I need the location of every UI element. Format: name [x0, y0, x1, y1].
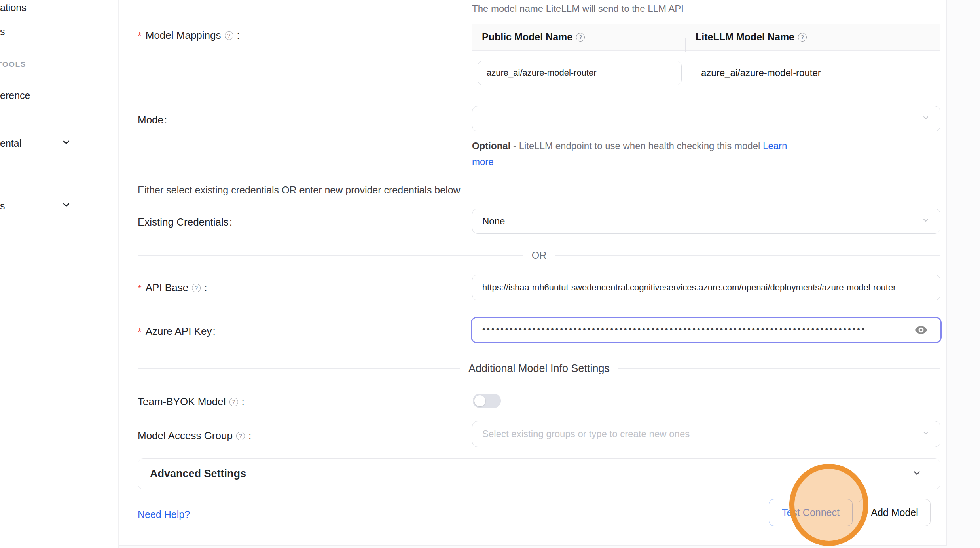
- mode-select[interactable]: [472, 106, 940, 131]
- chevron-down-icon: [921, 113, 931, 125]
- required-asterisk: *: [138, 30, 142, 42]
- sidebar-item-label: s: [0, 200, 5, 212]
- chevron-down-icon: [912, 468, 922, 480]
- model-access-group-placeholder: Select existing groups or type to create…: [482, 429, 690, 440]
- chevron-down-icon: [921, 428, 931, 440]
- advanced-settings-title: Advanced Settings: [150, 468, 912, 480]
- required-asterisk: *: [138, 326, 142, 338]
- learn-more-link[interactable]: more: [472, 156, 494, 167]
- sidebar-item-label: ations: [0, 2, 27, 13]
- help-icon[interactable]: ?: [229, 398, 238, 406]
- model-access-group-label: Model Access Group ? :: [138, 430, 251, 442]
- sidebar-item-label: erence: [0, 90, 30, 101]
- page-background-right: [947, 0, 980, 548]
- sidebar-divider: [118, 0, 119, 548]
- azure-api-key-label: * Azure API Key :: [138, 325, 216, 338]
- chevron-down-icon: [61, 137, 71, 150]
- model-mappings-table: Public Model Name ? LiteLLM Model Name ?…: [472, 24, 940, 95]
- test-connect-button[interactable]: Test Connect: [769, 499, 853, 526]
- help-icon[interactable]: ?: [192, 284, 201, 292]
- api-base-value: https://ishaa-mh6uutut-swedencentral.cog…: [482, 283, 896, 293]
- toggle-knob: [474, 395, 485, 406]
- page-background-bottom: [119, 546, 947, 548]
- public-model-name-input[interactable]: azure_ai/azure-model-router: [478, 61, 682, 85]
- add-model-page: ations s TOOLS erence ental s The model …: [0, 0, 980, 548]
- info-settings-divider: Additional Model Info Settings: [138, 362, 940, 375]
- team-byok-label: Team-BYOK Model ? :: [138, 396, 245, 408]
- sidebar-item-label: s: [0, 26, 5, 38]
- card-right-border: [946, 0, 947, 546]
- azure-api-key-input[interactable]: ••••••••••••••••••••••••••••••••••••••••…: [471, 317, 942, 343]
- litellm-model-name-header: LiteLLM Model Name ?: [686, 31, 809, 43]
- sidebar-item-label: ental: [0, 138, 21, 149]
- chevron-down-icon: [61, 200, 71, 212]
- add-model-button[interactable]: Add Model: [859, 499, 931, 526]
- mode-label: Mode :: [138, 114, 167, 126]
- public-model-name-header: Public Model Name ?: [472, 31, 686, 43]
- sidebar-item-ations[interactable]: ations: [0, 2, 71, 13]
- masked-api-key: ••••••••••••••••••••••••••••••••••••••••…: [482, 324, 866, 334]
- advanced-settings-panel[interactable]: Advanced Settings: [138, 458, 940, 489]
- team-byok-toggle[interactable]: [473, 394, 501, 408]
- api-base-label: * API Base ? :: [138, 282, 207, 294]
- existing-credentials-value: None: [482, 216, 505, 227]
- or-divider: OR: [138, 250, 940, 261]
- credentials-note: Either select existing credentials OR en…: [138, 184, 461, 196]
- need-help-link[interactable]: Need Help?: [138, 509, 190, 520]
- model-name-hint: The model name LiteLLM will send to the …: [472, 3, 684, 14]
- sidebar-section-tools: TOOLS: [0, 60, 26, 69]
- eye-icon[interactable]: [914, 322, 929, 338]
- model-mappings-label: * Model Mappings ? :: [138, 29, 240, 42]
- sidebar: ations s TOOLS erence ental s: [0, 0, 119, 548]
- help-icon[interactable]: ?: [798, 33, 807, 42]
- mode-help-text: Optional - LiteLLM endpoint to use when …: [472, 138, 812, 170]
- litellm-model-name-value: azure_ai/azure-model-router: [686, 67, 821, 78]
- help-icon[interactable]: ?: [576, 33, 585, 42]
- required-asterisk: *: [138, 283, 142, 294]
- help-icon[interactable]: ?: [236, 432, 245, 440]
- existing-credentials-select[interactable]: None: [472, 209, 940, 234]
- sidebar-item-s2[interactable]: s: [0, 200, 71, 212]
- api-base-input[interactable]: https://ishaa-mh6uutut-swedencentral.cog…: [472, 275, 940, 300]
- existing-credentials-label: Existing Credentials :: [138, 216, 232, 228]
- sidebar-item-s1[interactable]: s: [0, 26, 71, 38]
- sidebar-item-erence[interactable]: erence: [0, 90, 71, 101]
- help-icon[interactable]: ?: [225, 31, 233, 40]
- model-access-group-select[interactable]: Select existing groups or type to create…: [472, 421, 940, 447]
- chevron-down-icon: [921, 215, 931, 227]
- table-header-row: Public Model Name ? LiteLLM Model Name ?: [472, 24, 940, 51]
- sidebar-item-ental[interactable]: ental: [0, 137, 71, 150]
- learn-more-link[interactable]: Learn: [763, 140, 787, 151]
- table-row: azure_ai/azure-model-router azure_ai/azu…: [472, 51, 940, 95]
